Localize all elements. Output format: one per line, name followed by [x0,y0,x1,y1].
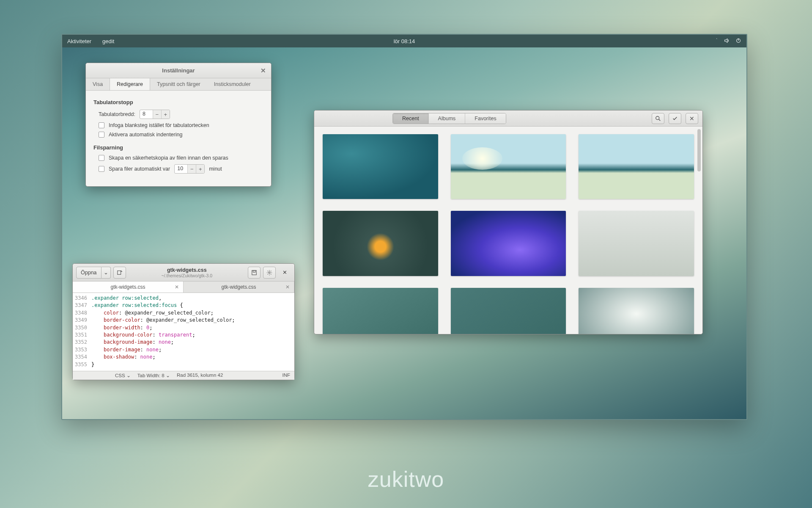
close-icon[interactable]: ✕ [278,267,291,279]
statusbar: CSS ⌄ Tab Width: 8 ⌄ Rad 3615, kolumn 42… [73,371,294,380]
photos-window: Recent Albums Favorites ✕ [314,110,703,334]
gnome-topbar: Aktiviteter gedit lör 08:14 [62,35,746,47]
gedit-window: Öppna⌄ gtk-widgets.css ~/.themes/Zukitwo… [72,263,295,380]
theme-label: zukitwo [0,467,812,492]
select-icon[interactable] [669,113,681,124]
checkbox-insert-spaces[interactable] [99,122,104,128]
seg-recent[interactable]: Recent [393,113,428,124]
svg-rect-6 [253,270,255,272]
svg-point-7 [269,272,270,273]
plus-icon[interactable]: + [196,165,204,173]
autosave-spinner[interactable]: 10 − + [174,164,205,174]
prefs-tabs: Visa Redigerare Typsnitt och färger Inst… [86,78,271,91]
window-title: Inställningar [162,67,195,74]
status-cursor: Rad 3615, kolumn 42 [177,373,223,378]
photo-thumb[interactable] [579,288,694,334]
activities-button[interactable]: Aktiviteter [67,38,91,44]
photo-thumb[interactable] [323,211,438,276]
scrollbar[interactable] [697,129,701,171]
status-tabwidth[interactable]: Tab Width: 8 ⌄ [137,373,170,378]
accessibility-icon[interactable] [712,38,718,45]
close-icon[interactable]: ✕ [259,67,267,75]
tabwidth-spinner[interactable]: 8 − + [140,110,170,119]
svg-point-2 [656,116,659,119]
svg-rect-5 [252,270,257,275]
photo-grid [314,127,702,334]
new-tab-icon[interactable] [113,267,126,279]
photo-thumb[interactable] [579,211,694,276]
open-dropdown[interactable]: ⌄ [102,267,111,279]
minus-icon[interactable]: − [187,165,196,173]
minus-icon[interactable]: − [153,110,161,119]
svg-line-3 [659,119,661,121]
photo-thumb[interactable] [451,288,566,334]
clock[interactable]: lör 08:14 [292,38,516,44]
search-icon[interactable] [652,113,664,124]
plus-icon[interactable]: + [161,110,170,119]
tab-plugins[interactable]: Insticksmoduler [207,78,258,90]
checkbox-auto-indent[interactable] [99,132,104,138]
photo-thumb[interactable] [451,134,566,199]
gedit-title: gtk-widgets.css ~/.themes/Zukitwo/gtk-3.… [129,267,245,278]
editor-tab[interactable]: gtk-widgets.css✕ [184,282,294,293]
tab-fonts[interactable]: Typsnitt och färger [150,78,207,90]
seg-favorites[interactable]: Favorites [465,113,505,124]
tab-view[interactable]: Visa [86,78,110,90]
window-titlebar[interactable]: Inställningar ✕ [86,63,271,78]
app-menu[interactable]: gedit [102,38,114,44]
section-tabstop: Tabulatorstopp [93,99,263,105]
checkbox-autosave[interactable] [99,166,104,172]
gear-icon[interactable] [263,267,276,279]
preferences-window: Inställningar ✕ Visa Redigerare Typsnitt… [85,63,272,187]
editor-tab[interactable]: gtk-widgets.css✕ [73,282,184,293]
status-mode: INF [282,373,290,378]
photo-thumb[interactable] [323,288,438,334]
photo-thumb[interactable] [451,211,566,276]
power-icon[interactable] [735,38,741,45]
tabwidth-label: Tabulatorbredd: [99,111,135,117]
photo-thumb[interactable] [323,134,438,199]
tab-close-icon[interactable]: ✕ [175,284,179,290]
section-saving: Filsparning [93,144,263,151]
status-lang[interactable]: CSS ⌄ [115,373,131,378]
tab-editor[interactable]: Redigerare [110,78,150,90]
code-editor[interactable]: 3346.expander row:selected,3347.expander… [73,293,294,371]
svg-rect-4 [117,271,121,274]
close-icon[interactable]: ✕ [686,113,698,124]
seg-albums[interactable]: Albums [428,113,465,124]
volume-icon[interactable] [724,38,730,45]
checkbox-backup[interactable] [99,155,104,161]
photo-thumb[interactable] [579,134,694,199]
tab-close-icon[interactable]: ✕ [285,284,290,290]
open-button[interactable]: Öppna [76,267,102,279]
save-icon[interactable] [248,267,261,279]
view-switcher: Recent Albums Favorites [392,113,506,124]
